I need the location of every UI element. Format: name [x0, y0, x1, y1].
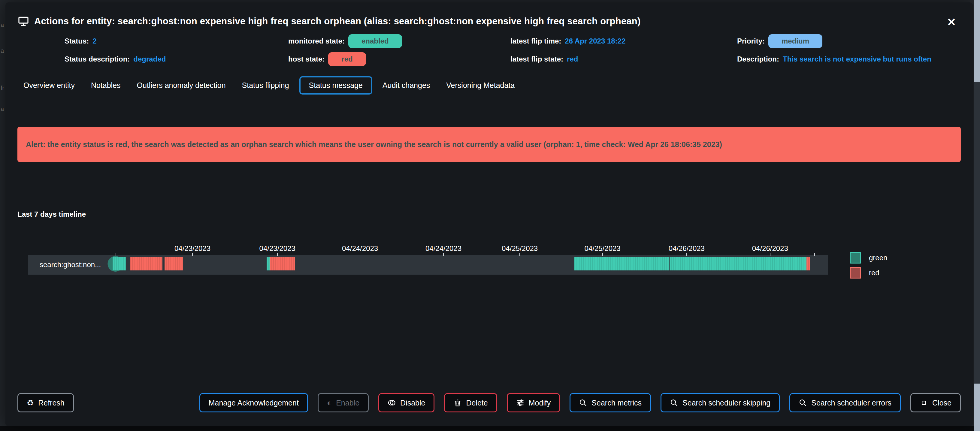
action-button-row: ♻RefreshManage Acknowledgement◐EnableDis… [18, 393, 961, 412]
axis-tick-label: 04/24/2023 [425, 244, 461, 253]
timeline-segment [807, 257, 810, 270]
timeline-segment [270, 257, 296, 270]
info-field: Description: This search is not expensiv… [737, 54, 973, 64]
axis-tick-mark [602, 253, 603, 256]
button-label: Search scheduler errors [811, 399, 891, 407]
info-field-label: latest flip state: [511, 55, 563, 63]
info-field-value: enabled [348, 34, 402, 48]
square-icon [920, 399, 928, 407]
info-field-label: Status description: [65, 55, 130, 63]
button-label: Search scheduler skipping [682, 399, 770, 407]
backdrop-text-fragment: a [1, 22, 4, 29]
timeline-bars [113, 257, 826, 270]
info-field: Status description: degraded [65, 54, 288, 64]
search-icon [579, 399, 587, 407]
backdrop-text-fragment: a [1, 106, 4, 113]
close-icon[interactable]: ✕ [947, 17, 956, 28]
button-label: Close [932, 399, 951, 407]
delete-button[interactable]: Delete [444, 393, 497, 412]
tab[interactable]: Overview entity [18, 76, 81, 95]
legend-label: green [869, 254, 887, 262]
axis-tick-label: 04/26/2023 [752, 244, 788, 253]
trash-icon [453, 399, 462, 407]
info-field-label: Description: [737, 55, 779, 63]
axis-tick-mark [770, 253, 770, 256]
timeline-segment [670, 257, 807, 270]
info-field: Priority: medium [737, 36, 973, 46]
button-label: Modify [529, 399, 551, 407]
info-field-value: This search is not expensive but runs of… [783, 55, 931, 63]
half-circle-icon: ◐ [327, 399, 332, 407]
timeline-plot-area: 04/23/202304/23/202304/24/202304/24/2023… [113, 244, 826, 286]
axis-tick-label: 04/25/2023 [502, 244, 538, 253]
timeline-row-label: search:ghost:non... [40, 261, 101, 269]
axis-tick-mark [443, 253, 444, 256]
button-label: Disable [400, 399, 425, 407]
search-scheduler-skipping-button[interactable]: Search scheduler skipping [660, 393, 780, 412]
search-scheduler-errors-button[interactable]: Search scheduler errors [789, 393, 901, 412]
search-metrics-button[interactable]: Search metrics [570, 393, 651, 412]
info-field: monitored state: enabled [288, 36, 511, 46]
info-field-label: monitored state: [288, 37, 345, 45]
legend-swatch [850, 267, 861, 278]
refresh-button[interactable]: ♻Refresh [18, 393, 74, 412]
timeline-segment [164, 257, 183, 270]
page-scrollbar[interactable] [974, 0, 980, 431]
refresh-icon: ♻ [27, 399, 34, 407]
entity-info-grid: Status: 2 monitored state: enabled lates… [5, 36, 973, 64]
timeline-segment [267, 257, 270, 270]
timeline-segment [574, 257, 669, 270]
sliders-icon [516, 399, 525, 407]
backdrop-bottom-band [0, 426, 980, 431]
timeline-heading: Last 7 days timeline [18, 210, 973, 219]
info-field-value: degraded [133, 55, 166, 63]
axis-tick-label: 04/24/2023 [342, 244, 378, 253]
timeline-segment [130, 257, 162, 270]
tab[interactable]: Status flipping [236, 76, 295, 95]
timeline-axis-line [116, 256, 815, 256]
search-icon [670, 399, 678, 407]
monitor-icon [18, 16, 29, 27]
tab[interactable]: Outliers anomaly detection [131, 76, 232, 95]
info-field-value: medium [768, 34, 822, 48]
axis-tick-label: 04/23/2023 [259, 244, 296, 253]
info-field-label: Status: [65, 37, 89, 45]
modal-title: Actions for entity: search:ghost:non exp… [34, 16, 640, 27]
legend-item: red [850, 267, 887, 278]
modal-header: Actions for entity: search:ghost:non exp… [5, 2, 973, 28]
timeline-segment [113, 257, 126, 270]
timeline-legend: green red [850, 252, 887, 282]
info-field-value: 2 [92, 37, 96, 45]
disable-button[interactable]: Disable [378, 393, 434, 412]
axis-tick-label: 04/23/2023 [175, 244, 210, 253]
axis-tick-mark [519, 253, 520, 256]
axis-tick-mark [686, 253, 687, 256]
info-field-label: host state: [288, 55, 325, 63]
tab[interactable]: Versioning Metadata [440, 76, 520, 95]
button-label: Enable [336, 399, 360, 407]
button-label: Delete [466, 399, 488, 407]
button-label: Refresh [38, 399, 65, 407]
backdrop-text-fragment: a [1, 48, 4, 54]
axis-tick-label: 04/25/2023 [585, 244, 620, 253]
axis-tick-mark [360, 253, 360, 256]
backdrop-text-fragment: fr [1, 84, 4, 92]
entity-actions-modal: Actions for entity: search:ghost:non exp… [5, 2, 973, 426]
info-field: Status: 2 [65, 36, 288, 46]
manage-acknowledgement-button[interactable]: Manage Acknowledgement [199, 393, 308, 412]
enable-button[interactable]: ◐Enable [318, 393, 369, 412]
button-label: Search metrics [592, 399, 642, 407]
toggle-off-icon [388, 399, 396, 407]
legend-item: green [850, 252, 887, 264]
legend-swatch [850, 252, 861, 264]
tab[interactable]: Notables [85, 76, 127, 95]
tab-bar: Overview entityNotablesOutliers anomaly … [5, 76, 973, 95]
close-button[interactable]: Close [910, 393, 961, 412]
tab[interactable]: Audit changes [377, 76, 436, 95]
timeline-chart: search:ghost:non... 04/23/202304/23/2023… [18, 244, 961, 295]
info-field-label: latest flip time: [511, 37, 561, 45]
alert-banner: Alert: the entity status is red, the sea… [18, 127, 961, 162]
axis-tick-label: 04/26/2023 [669, 244, 705, 253]
tab[interactable]: Status message [299, 76, 372, 95]
modify-button[interactable]: Modify [507, 393, 560, 412]
